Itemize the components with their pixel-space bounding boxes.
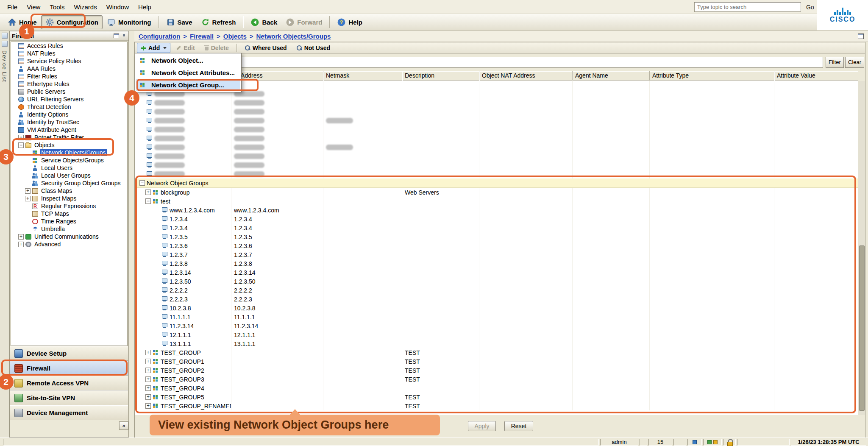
- menu-item-view[interactable]: View: [22, 1, 45, 13]
- group-expander[interactable]: +: [145, 403, 151, 409]
- object-row-1-2-3-4[interactable]: 1.2.3.41.2.3.4: [135, 223, 858, 232]
- object-row-1-2-3-5[interactable]: 1.2.3.51.2.3.5: [135, 232, 858, 241]
- column-header-netmask[interactable]: Netmask: [323, 71, 402, 81]
- object-row-1-2-3-50[interactable]: 1.2.3.501.2.3.50: [135, 277, 858, 286]
- delete-button[interactable]: Delete: [200, 43, 233, 53]
- sidebar-item-security-group-object-groups[interactable]: Security Group Object Groups: [11, 179, 127, 187]
- object-row-1-2-3-7[interactable]: 1.2.3.71.2.3.7: [135, 250, 858, 259]
- group-expander[interactable]: −: [145, 198, 151, 204]
- menu-item-network-object-group[interactable]: Network Object Group...: [136, 79, 240, 91]
- object-row-1-2-3-4[interactable]: 1.2.3.41.2.3.4: [135, 215, 858, 223]
- object-row-2-2-2-2[interactable]: 2.2.2.22.2.2.2: [135, 286, 858, 295]
- menu-item-window[interactable]: Window: [102, 1, 134, 13]
- float-panel-icon[interactable]: [114, 33, 119, 38]
- group-expander[interactable]: +: [145, 350, 151, 355]
- not-used-button[interactable]: Not Used: [292, 43, 334, 53]
- group-expander[interactable]: +: [145, 359, 151, 364]
- sidebar-item-network-objects-groups[interactable]: Network Objects/Groups: [11, 149, 127, 156]
- maximize-panel-icon[interactable]: [858, 33, 864, 39]
- menu-item-network-object-attributes[interactable]: Network Object Attributes...: [136, 67, 240, 79]
- sidebar-item-public-servers[interactable]: Public Servers: [11, 88, 127, 95]
- column-header-agent-name[interactable]: Agent Name: [573, 71, 650, 81]
- menu-item-tools[interactable]: Tools: [45, 1, 69, 13]
- network-object-groups-header[interactable]: −Network Object Groups: [135, 178, 858, 188]
- column-header-attribute-value[interactable]: Attribute Value: [774, 71, 858, 81]
- search-input[interactable]: [694, 2, 801, 12]
- breadcrumb-segment-configuration[interactable]: Configuration: [139, 33, 180, 40]
- group-row-test-group[interactable]: +TEST_GROUPTEST: [135, 348, 858, 357]
- sidebar-item-local-user-groups[interactable]: Local User Groups: [11, 172, 127, 179]
- groups-header-expander[interactable]: −: [139, 180, 145, 186]
- nav-firewall[interactable]: Firewall: [10, 361, 128, 376]
- sidebar-item-aaa-rules[interactable]: AAA Rules: [11, 65, 127, 72]
- save-button[interactable]: Save: [162, 15, 197, 29]
- reset-button[interactable]: Reset: [504, 421, 533, 431]
- group-row-test-group5[interactable]: +TEST_GROUP5TEST: [135, 393, 858, 401]
- breadcrumb-segment-network-objects-groups[interactable]: Network Objects/Groups: [256, 33, 331, 40]
- back-button[interactable]: Back: [246, 15, 281, 29]
- menu-item-network-object[interactable]: Network Object...: [136, 54, 240, 67]
- group-row-blockgroup[interactable]: +blockgroupWeb Servers: [135, 188, 858, 197]
- group-row-test-group3[interactable]: +TEST_GROUP3TEST: [135, 375, 858, 384]
- column-header-attribute-type[interactable]: Attribute Type: [650, 71, 774, 81]
- home-button[interactable]: Home: [3, 15, 41, 29]
- sidebar-item-access-rules[interactable]: Access Rules: [11, 42, 127, 50]
- sidebar-item-threat-detection[interactable]: Threat Detection: [11, 103, 127, 111]
- sidebar-item-filter-rules[interactable]: Filter Rules: [11, 72, 127, 80]
- sidebar-item-vm-attribute-agent[interactable]: VM Attribute Agent: [11, 126, 127, 134]
- where-used-button[interactable]: Where Used: [241, 43, 291, 53]
- go-button[interactable]: Go: [804, 3, 816, 11]
- object-row-1-2-3-8[interactable]: 1.2.3.81.2.3.8: [135, 259, 858, 268]
- configuration-button[interactable]: Configuration: [41, 15, 103, 29]
- breadcrumb-segment-objects[interactable]: Objects: [223, 33, 247, 40]
- sidebar-item-identity-options[interactable]: Identity Options: [11, 111, 127, 118]
- monitoring-button[interactable]: Monitoring: [103, 15, 155, 29]
- sidebar-item-tcp-maps[interactable]: TCP Maps: [11, 210, 127, 217]
- group-expander[interactable]: +: [145, 394, 151, 400]
- tree-expander[interactable]: +: [18, 135, 24, 140]
- object-row-www-1-2-3-4-com[interactable]: www.1.2.3.4.comwww.1.2.3.4.com: [135, 206, 858, 215]
- nav-remote-access-vpn[interactable]: Remote Access VPN: [10, 376, 128, 390]
- object-row-1-2-3-14[interactable]: 1.2.3.141.2.3.14: [135, 268, 858, 277]
- column-header-ip-address[interactable]: IP Address: [231, 71, 323, 81]
- menu-item-wizards[interactable]: Wizards: [69, 1, 101, 13]
- vertical-scrollbar[interactable]: [858, 81, 865, 415]
- sidebar-item-inspect-maps[interactable]: +Inspect Maps: [11, 195, 127, 202]
- edit-button[interactable]: Edit: [172, 43, 198, 53]
- refresh-button[interactable]: Refresh: [197, 15, 240, 29]
- object-row-13-1-1-1[interactable]: 13.1.1.113.1.1.1: [135, 339, 858, 348]
- tree-expander[interactable]: +: [18, 242, 24, 247]
- sidebar-item-class-maps[interactable]: +Class Maps: [11, 187, 127, 195]
- sidebar-item-umbrella[interactable]: ☂Umbrella: [11, 225, 127, 233]
- sidebar-item-botnet-traffic-filter[interactable]: +Botnet Traffic Filter: [11, 134, 127, 141]
- sidebar-item-service-objects-groups[interactable]: Service Objects/Groups: [11, 156, 127, 164]
- group-expander[interactable]: +: [145, 385, 151, 391]
- object-row-12-1-1-1[interactable]: 12.1.1.112.1.1.1: [135, 330, 858, 339]
- sidebar-item-nat-rules[interactable]: NAT Rules: [11, 50, 127, 57]
- group-expander[interactable]: +: [145, 376, 151, 382]
- nav-device-management[interactable]: Device Management: [10, 405, 128, 420]
- object-row-10-2-3-8[interactable]: 10.2.3.810.2.3.8: [135, 304, 858, 312]
- sidebar-item-identity-by-trustsec[interactable]: Identity by TrustSec: [11, 118, 127, 126]
- menu-item-help[interactable]: Help: [134, 1, 156, 13]
- sidebar-item-ethertype-rules[interactable]: Ethertype Rules: [11, 80, 127, 88]
- breadcrumb-segment-firewall[interactable]: Firewall: [190, 33, 214, 40]
- sidebar-item-objects[interactable]: −Objects: [11, 141, 127, 149]
- nav-site-to-site-vpn[interactable]: Site-to-Site VPN: [10, 390, 128, 405]
- object-row-1-2-3-6[interactable]: 1.2.3.61.2.3.6: [135, 241, 858, 250]
- column-header-description[interactable]: Description: [402, 71, 479, 81]
- group-row-test-group2[interactable]: +TEST_GROUP2TEST: [135, 366, 858, 375]
- object-row-2-2-2-3[interactable]: 2.2.2.32.2.2.3: [135, 295, 858, 304]
- sidebar-item-advanced[interactable]: +Advanced: [11, 240, 127, 248]
- sidebar-item-unified-communications[interactable]: +Unified Communications: [11, 233, 127, 240]
- clear-button[interactable]: Clear: [845, 57, 864, 68]
- tree-expander[interactable]: +: [25, 188, 31, 194]
- apply-button[interactable]: Apply: [468, 421, 496, 431]
- group-row-test-group4[interactable]: +TEST_GROUP4: [135, 384, 858, 393]
- group-expander[interactable]: +: [145, 368, 151, 373]
- group-expander[interactable]: +: [145, 190, 151, 195]
- add-button[interactable]: Add: [137, 43, 170, 53]
- help-button[interactable]: ? Help: [333, 15, 367, 29]
- tree-expander[interactable]: −: [18, 142, 24, 148]
- scrollbar-thumb[interactable]: [859, 245, 865, 411]
